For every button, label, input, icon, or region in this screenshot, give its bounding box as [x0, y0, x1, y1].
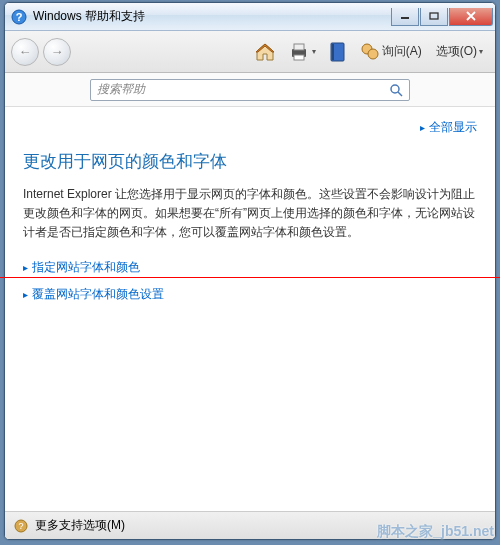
chevron-down-icon: ▾ — [312, 47, 316, 56]
more-options-link[interactable]: 更多支持选项(M) — [35, 517, 125, 534]
page-title: 更改用于网页的颜色和字体 — [23, 150, 477, 173]
search-input[interactable]: 搜索帮助 — [90, 79, 410, 101]
svg-rect-8 — [332, 44, 334, 60]
ask-label: 询问(A) — [382, 43, 422, 60]
svg-text:?: ? — [16, 11, 23, 23]
browse-icon[interactable] — [328, 41, 348, 63]
options-button[interactable]: 选项(O) ▾ — [434, 43, 483, 60]
svg-text:?: ? — [18, 521, 23, 531]
help-window: ? Windows 帮助和支持 ← → ▾ 询问(A) 选项(O) ▾ — [4, 2, 496, 540]
section-link-fonts-colors[interactable]: 指定网站字体和颜色 — [23, 259, 477, 276]
home-icon[interactable] — [254, 41, 276, 63]
body-text: Internet Explorer 让您选择用于显示网页的字体和颜色。这些设置不… — [23, 185, 477, 243]
toolbar: ← → ▾ 询问(A) 选项(O) ▾ — [5, 31, 495, 73]
svg-rect-3 — [430, 13, 438, 19]
svg-line-12 — [398, 92, 402, 96]
options-label: 选项(O) — [436, 43, 477, 60]
help-icon: ? — [11, 9, 27, 25]
print-icon[interactable]: ▾ — [288, 41, 316, 63]
minimize-button[interactable] — [391, 8, 419, 26]
window-title: Windows 帮助和支持 — [33, 8, 390, 25]
svg-point-10 — [368, 49, 378, 59]
svg-rect-5 — [294, 44, 304, 50]
forward-button[interactable]: → — [43, 38, 71, 66]
show-all-link[interactable]: 全部显示 — [23, 119, 477, 136]
svg-rect-2 — [401, 17, 409, 19]
svg-point-11 — [391, 85, 399, 93]
maximize-button[interactable] — [420, 8, 448, 26]
titlebar: ? Windows 帮助和支持 — [5, 3, 495, 31]
search-placeholder: 搜索帮助 — [97, 81, 389, 98]
svg-rect-6 — [294, 55, 304, 60]
searchbar: 搜索帮助 — [5, 73, 495, 107]
section-link-override[interactable]: 覆盖网站字体和颜色设置 — [23, 286, 477, 303]
annotation-redline — [0, 277, 500, 278]
window-buttons — [390, 8, 493, 26]
watermark: 脚本之家_jb51.net — [377, 523, 494, 541]
close-button[interactable] — [449, 8, 493, 26]
back-button[interactable]: ← — [11, 38, 39, 66]
search-icon[interactable] — [389, 83, 403, 97]
content-area: 全部显示 更改用于网页的颜色和字体 Internet Explorer 让您选择… — [5, 107, 495, 509]
ask-button[interactable]: 询问(A) — [360, 42, 422, 62]
support-icon: ? — [13, 518, 29, 534]
chevron-down-icon: ▾ — [479, 47, 483, 56]
